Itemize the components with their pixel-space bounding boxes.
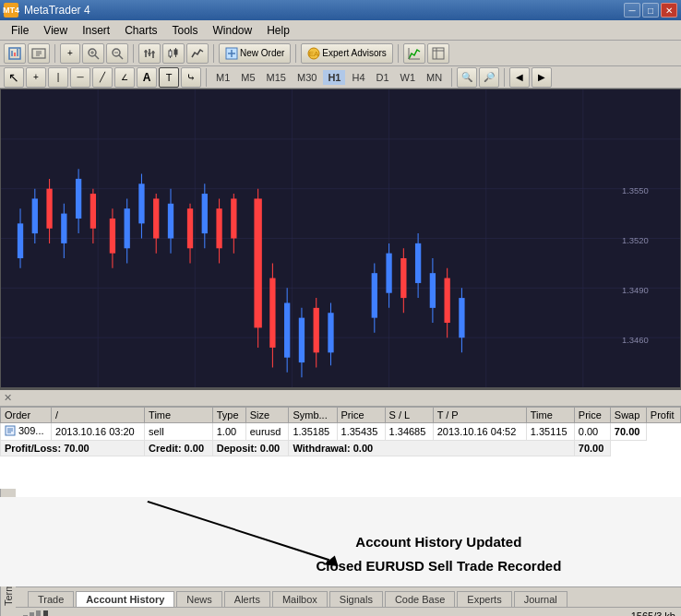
angle-line-button[interactable]: ∠ — [114, 67, 135, 88]
svg-rect-117 — [30, 612, 34, 617]
tf-h1[interactable]: H1 — [323, 70, 345, 85]
tab-experts[interactable]: Experts — [457, 591, 511, 607]
svg-text:1.3490: 1.3490 — [622, 285, 649, 295]
zoom-out-button[interactable] — [106, 43, 128, 64]
svg-rect-76 — [216, 208, 221, 248]
menu-bar: File View Insert Charts Tools Window Hel… — [0, 20, 681, 41]
summary-withdrawal: Withdrawal: 0.00 — [289, 441, 574, 456]
annotation-line1: Account History Updated — [316, 530, 561, 554]
cursor-button[interactable]: ↖ — [4, 67, 24, 88]
tab-journal[interactable]: Journal — [514, 591, 568, 607]
app-icon: MT4 — [4, 3, 18, 18]
crosshair-button[interactable]: + — [60, 43, 80, 64]
col-time[interactable]: Time — [145, 408, 213, 423]
tf-w1[interactable]: W1 — [396, 70, 421, 85]
col-swap[interactable]: Swap — [610, 408, 646, 423]
tf-m30[interactable]: M30 — [293, 70, 321, 85]
menu-view[interactable]: View — [36, 20, 75, 40]
separator-2 — [133, 44, 134, 63]
expert-advisors-label: Expert Advisors — [322, 48, 386, 58]
zoom-in-tf-button[interactable]: 🔍 — [457, 67, 477, 88]
scroll-right-button[interactable]: ▶ — [532, 67, 552, 88]
cell-order: 309... — [1, 423, 52, 441]
trade-table-area[interactable]: Order / Time Type Size Symb... Price S /… — [0, 407, 681, 497]
tab-code-base[interactable]: Code Base — [385, 591, 455, 607]
close-button[interactable]: ✕ — [661, 3, 677, 18]
order-icon — [5, 425, 16, 436]
arrow-button[interactable]: ⤷ — [181, 67, 201, 88]
svg-rect-92 — [372, 273, 377, 317]
svg-line-13 — [119, 55, 123, 59]
col-tp[interactable]: T / P — [433, 408, 526, 423]
vertical-line-button[interactable]: | — [48, 67, 68, 88]
scroll-left-button[interactable]: ◀ — [509, 67, 530, 88]
col-sort[interactable]: / — [52, 408, 145, 423]
svg-rect-84 — [284, 302, 290, 357]
text-button[interactable]: A — [137, 67, 157, 88]
svg-rect-119 — [43, 610, 48, 617]
templates-button[interactable] — [427, 43, 449, 64]
bar-chart-button[interactable] — [138, 43, 161, 64]
crosshair-tool-button[interactable]: + — [26, 67, 46, 88]
minimize-button[interactable]: ─ — [624, 3, 640, 18]
text-tool-button[interactable]: T — [159, 67, 179, 88]
cell-symbol: eurusd — [245, 423, 289, 441]
tf-m1[interactable]: M1 — [211, 70, 234, 85]
col-size[interactable]: Size — [245, 408, 289, 423]
candlestick-button[interactable] — [162, 43, 185, 64]
zoom-out-tf-button[interactable]: 🔎 — [479, 67, 499, 88]
menu-insert[interactable]: Insert — [75, 20, 117, 40]
tab-signals[interactable]: Signals — [329, 591, 383, 607]
tf-mn[interactable]: MN — [422, 70, 447, 85]
signal-bars — [16, 610, 53, 617]
profiles-button[interactable] — [28, 43, 50, 64]
tab-account-history[interactable]: Account History — [76, 591, 174, 607]
svg-rect-74 — [202, 194, 208, 233]
tf-h4[interactable]: H4 — [347, 70, 369, 85]
horizontal-line-button[interactable]: ─ — [70, 67, 90, 88]
maximize-button[interactable]: □ — [642, 3, 659, 18]
tab-trade[interactable]: Trade — [28, 591, 74, 607]
indicators-button[interactable] — [403, 43, 425, 64]
zoom-in-button[interactable] — [82, 43, 104, 64]
expert-advisors-button[interactable]: EA Expert Advisors — [301, 43, 392, 64]
svg-rect-70 — [168, 204, 173, 239]
col-type[interactable]: Type — [212, 408, 245, 423]
memory-status: 1565/3 kb — [631, 610, 675, 617]
window-controls[interactable]: ─ □ ✕ — [624, 3, 677, 18]
new-order-button[interactable]: New Order — [219, 43, 291, 64]
tf-m15[interactable]: M15 — [262, 70, 291, 85]
terminal-close-button[interactable]: ✕ — [4, 392, 12, 404]
cell-profit: 70.00 — [610, 423, 646, 441]
col-profit[interactable]: Profit — [646, 408, 680, 423]
tf-m5[interactable]: M5 — [236, 70, 259, 85]
tab-mailbox[interactable]: Mailbox — [272, 591, 328, 607]
col-sl[interactable]: S / L — [385, 408, 433, 423]
col-time2[interactable]: Time — [526, 408, 574, 423]
svg-rect-58 — [76, 179, 81, 219]
tab-alerts[interactable]: Alerts — [224, 591, 270, 607]
tab-news[interactable]: News — [176, 591, 222, 607]
svg-rect-104 — [459, 298, 464, 338]
new-order-label: New Order — [240, 48, 284, 58]
separator-6 — [206, 68, 207, 87]
menu-file[interactable]: File — [4, 20, 36, 40]
col-price[interactable]: Price — [337, 408, 385, 423]
col-price2[interactable]: Price — [574, 408, 610, 423]
svg-rect-34 — [433, 48, 444, 59]
menu-charts[interactable]: Charts — [117, 20, 164, 40]
price-chart: 1.3550 1.3520 1.3490 1.3460 — [1, 89, 680, 387]
trend-line-button[interactable]: ╱ — [92, 67, 113, 88]
menu-tools[interactable]: Tools — [165, 20, 206, 40]
title-bar: MT4 MetaTrader 4 ─ □ ✕ — [0, 0, 681, 20]
table-row[interactable]: 309... 2013.10.16 03:20 sell 1.00 eurusd… — [1, 423, 681, 441]
line-chart-button[interactable] — [186, 43, 209, 64]
menu-window[interactable]: Window — [206, 20, 260, 40]
col-symbol[interactable]: Symb... — [289, 408, 337, 423]
menu-help[interactable]: Help — [259, 20, 297, 40]
col-order[interactable]: Order — [1, 408, 52, 423]
tf-d1[interactable]: D1 — [372, 70, 394, 85]
chart-area[interactable]: 1.3550 1.3520 1.3490 1.3460 — [0, 89, 681, 388]
annotation-text: Account History Updated Closed EURUSD Se… — [316, 530, 561, 577]
new-chart-button[interactable] — [4, 43, 26, 64]
